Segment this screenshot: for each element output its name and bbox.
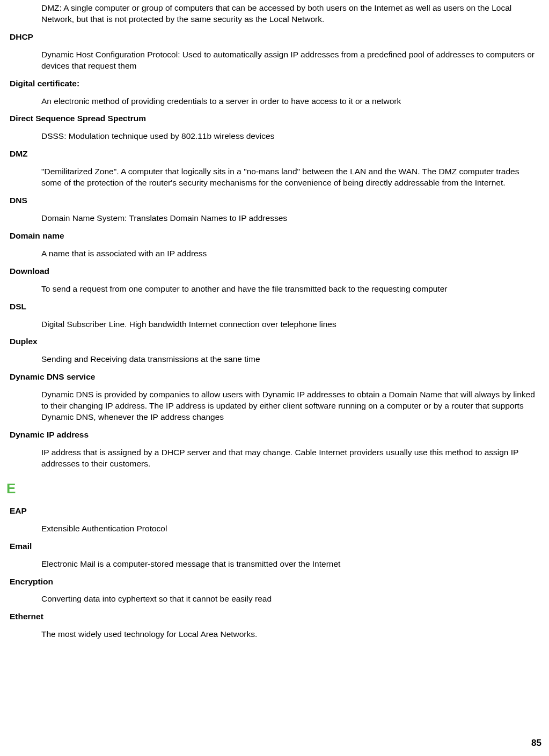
glossary-term: Email bbox=[10, 541, 543, 552]
glossary-definition: Digital Subscriber Line. High bandwidth … bbox=[41, 319, 540, 330]
glossary-term: DNS bbox=[10, 195, 543, 206]
glossary-term: Direct Sequence Spread Spectrum bbox=[10, 113, 543, 124]
glossary-definition: The most widely used technology for Loca… bbox=[41, 629, 540, 640]
glossary-term: DHCP bbox=[10, 32, 543, 43]
glossary-term: Duplex bbox=[10, 336, 543, 347]
glossary-definition: Electronic Mail is a computer-stored mes… bbox=[41, 559, 540, 570]
orphan-definition: DMZ: A single computer or group of compu… bbox=[41, 3, 540, 25]
glossary-definition: "Demilitarized Zone". A computer that lo… bbox=[41, 166, 540, 189]
glossary-definition: To send a request from one computer to a… bbox=[41, 284, 540, 295]
section-letter-e: E bbox=[6, 479, 543, 498]
glossary-definition: Converting data into cyphertext so that … bbox=[41, 594, 540, 605]
glossary-definition: DSSS: Modulation technique used by 802.1… bbox=[41, 131, 540, 142]
page-number: 85 bbox=[531, 737, 541, 750]
glossary-definition: Extensible Authentication Protocol bbox=[41, 523, 540, 535]
glossary-definition: Domain Name System: Translates Domain Na… bbox=[41, 213, 540, 224]
glossary-term: Domain name bbox=[10, 231, 543, 242]
glossary-term: Download bbox=[10, 266, 543, 277]
glossary-term: Dynamic IP address bbox=[10, 429, 543, 441]
glossary-term: DSL bbox=[10, 301, 543, 313]
glossary-term: Dynamic DNS service bbox=[10, 372, 543, 383]
glossary-definition: Dynamic DNS is provided by companies to … bbox=[41, 389, 540, 423]
glossary-definition: An electronic method of providing creden… bbox=[41, 96, 540, 107]
glossary-term: Ethernet bbox=[10, 611, 543, 622]
glossary-definition: IP address that is assigned by a DHCP se… bbox=[41, 447, 540, 470]
glossary-term: Encryption bbox=[10, 576, 543, 588]
glossary-term: Digital certificate: bbox=[10, 78, 543, 90]
glossary-definition: Dynamic Host Configuration Protocol: Use… bbox=[41, 49, 540, 72]
glossary-definition: A name that is associated with an IP add… bbox=[41, 248, 540, 260]
glossary-term: DMZ bbox=[10, 149, 543, 160]
document-page: { "orphan_def": "DMZ: A single computer … bbox=[0, 0, 549, 756]
glossary-definition: Sending and Receiving data transmissions… bbox=[41, 354, 540, 365]
glossary-term: EAP bbox=[10, 506, 543, 517]
